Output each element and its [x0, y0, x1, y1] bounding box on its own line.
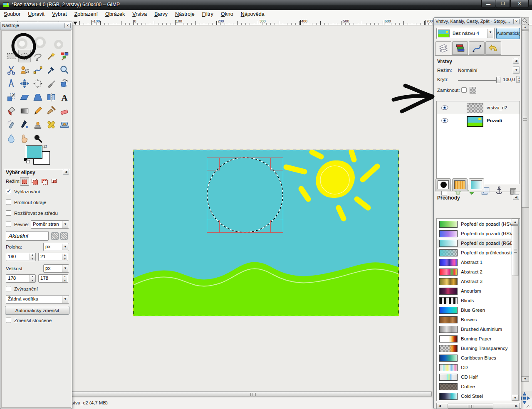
tool-bucket-fill-icon[interactable]	[5, 105, 17, 117]
canvas-image[interactable]	[133, 150, 399, 316]
quick-tab-gradients[interactable]	[469, 178, 484, 192]
feather-checkbox[interactable]	[6, 200, 11, 205]
gradient-item[interactable]: Brushed Aluminium	[437, 325, 511, 334]
gradient-scroll-down-arrow[interactable]: ▼	[512, 395, 519, 401]
gradient-item[interactable]: CD	[437, 363, 511, 372]
layer-thumbnail[interactable]	[467, 116, 483, 127]
gradient-list[interactable]: Popředí do pozadí (HSV odstínPopředí do …	[436, 218, 520, 401]
tool-shear-icon[interactable]	[18, 91, 31, 103]
vscroll-up-arrow[interactable]: ▲	[521, 25, 529, 30]
layer-row-vrstva_c2[interactable]: vrstva_c2	[437, 102, 520, 114]
minimize-button[interactable]: ▬	[481, 0, 495, 8]
tool-free-select-icon[interactable]	[32, 50, 44, 62]
toolbox-window[interactable]: Nástroje ✕ A ⇄ Výběr elipsy ◀ Režim: Vyh…	[0, 22, 72, 409]
gradient-hscroll-thumb[interactable]	[448, 404, 493, 409]
menu-soubor[interactable]: Soubor	[0, 10, 24, 19]
opacity-slider[interactable]	[458, 80, 500, 81]
tool-eraser-icon[interactable]	[58, 105, 71, 117]
scroll-left-arrow[interactable]: ◀	[438, 404, 441, 408]
mode-replace-button[interactable]	[20, 177, 29, 186]
lock-alpha-checkbox[interactable]	[461, 87, 467, 93]
swap-colors-icon[interactable]: ⇄	[43, 144, 49, 149]
close-button[interactable]: ✕	[510, 0, 529, 8]
aspect-landscape-button[interactable]	[60, 232, 68, 240]
opacity-slider-handle[interactable]	[496, 77, 500, 83]
menu-obrzek[interactable]: Obrázek	[101, 10, 129, 19]
foreground-color-swatch[interactable]	[26, 145, 42, 159]
size-width-spinbox[interactable]: 178	[6, 274, 36, 283]
restore-button[interactable]: ❐	[496, 0, 510, 8]
tool-heal-icon[interactable]	[45, 118, 57, 131]
tool-paintbrush-icon[interactable]	[45, 105, 57, 117]
canvas-horizontal-scrollbar[interactable]	[69, 391, 432, 397]
quick-tab-patterns[interactable]	[452, 178, 468, 191]
default-colors-icon[interactable]	[24, 158, 30, 164]
gradient-item[interactable]: CD Half	[437, 372, 511, 382]
tool-measure-icon[interactable]	[5, 77, 17, 90]
collapse-icon[interactable]: ◀	[513, 58, 519, 64]
menu-nstroje[interactable]: Nástroje	[171, 10, 198, 19]
gradient-scroll-up-arrow[interactable]: ▲	[512, 219, 519, 224]
window-titlebar[interactable]: *Bez názvu-4.0 (RGB, 2 vrstvy) 640x400 –…	[0, 0, 532, 10]
mode-intersect-button[interactable]	[50, 177, 59, 186]
spinner-arrows[interactable]	[30, 275, 35, 282]
tool-rect-select-icon[interactable]	[5, 50, 17, 62]
auto-follow-button[interactable]: Automaticky	[496, 28, 520, 39]
position-x-spinbox[interactable]: 180	[6, 253, 36, 261]
tool-ink-icon[interactable]	[18, 118, 31, 131]
aspect-portrait-button[interactable]	[51, 232, 59, 240]
tool-move-icon[interactable]	[18, 77, 31, 90]
shrink-merged-checkbox[interactable]	[6, 318, 11, 323]
menu-upravit[interactable]: Upravit	[24, 10, 48, 19]
tool-gradient-icon[interactable]	[18, 105, 31, 117]
dock-close-icon[interactable]: ✕	[513, 19, 520, 24]
tool-crop-icon[interactable]	[45, 77, 57, 90]
dock-tab-paths[interactable]	[469, 41, 485, 55]
tool-smudge-icon[interactable]	[18, 132, 31, 145]
tool-blur-icon[interactable]	[5, 132, 17, 145]
mode-add-button[interactable]	[30, 177, 39, 186]
layer-name[interactable]: vrstva_c2	[487, 105, 507, 110]
gradient-item[interactable]: Popředí do pozadí (HSV odstín	[437, 219, 511, 229]
menu-vybrat[interactable]: Vybrat	[48, 10, 71, 19]
position-unit-select[interactable]: px▼	[43, 243, 69, 251]
image-selector[interactable]: Bez názvu-4 ▼	[436, 28, 495, 39]
window-resize-grip[interactable]	[527, 405, 531, 408]
tool-pencil-icon[interactable]	[32, 105, 44, 117]
menu-npovda[interactable]: Nápověda	[237, 10, 268, 19]
menu-barvy[interactable]: Barvy	[151, 10, 171, 19]
antialias-checkbox[interactable]	[6, 189, 11, 194]
tool-align-icon[interactable]	[32, 77, 44, 90]
delete-layer-button[interactable]	[506, 186, 519, 195]
layer-mode-value[interactable]: Normální	[458, 68, 478, 73]
size-unit-select[interactable]: px▼	[43, 264, 69, 273]
tool-perspective-icon[interactable]	[32, 91, 44, 103]
tool-color-picker-icon[interactable]	[45, 64, 57, 76]
layer-mode-dropdown[interactable]: ▼	[513, 67, 520, 74]
aspect-ratio-input[interactable]: Aktuální	[6, 231, 49, 241]
gradient-item[interactable]: Caribbean Blues	[437, 353, 511, 363]
quick-tab-brushes[interactable]	[435, 178, 451, 191]
tool-scissors-select-icon[interactable]	[5, 64, 17, 76]
visibility-eye-icon[interactable]	[441, 105, 448, 112]
tool-airbrush-icon[interactable]	[5, 118, 17, 131]
mode-subtract-button[interactable]	[40, 177, 49, 186]
spinner-arrows[interactable]	[30, 254, 35, 260]
gradient-item[interactable]: Coffee	[437, 382, 511, 392]
tool-text-icon[interactable]: A	[58, 91, 71, 103]
gradient-item[interactable]: Burning Paper	[437, 334, 511, 344]
tool-flip-icon[interactable]	[45, 91, 57, 103]
tool-dodge-burn-icon[interactable]	[32, 132, 44, 145]
tool-perspective-clone-icon[interactable]	[58, 118, 71, 131]
auto-shrink-button[interactable]: Automaticky zmenšit	[5, 306, 69, 315]
layer-row-Pozadí[interactable]: Pozadí	[437, 115, 520, 127]
layer-list[interactable]: vrstva_c2Pozadí	[436, 101, 520, 184]
dock-tab-undo-history[interactable]	[485, 41, 501, 55]
gradient-item[interactable]: Cold Steel	[437, 392, 511, 401]
gradient-item[interactable]: Blinds	[437, 296, 511, 306]
menu-vrstva[interactable]: Vrstva	[129, 10, 151, 19]
spinner-arrows[interactable]	[62, 254, 67, 260]
zoom-fit-button[interactable]	[521, 17, 529, 24]
anchor-layer-button[interactable]	[492, 186, 505, 195]
chevron-down-icon[interactable]: ▼	[487, 29, 493, 38]
